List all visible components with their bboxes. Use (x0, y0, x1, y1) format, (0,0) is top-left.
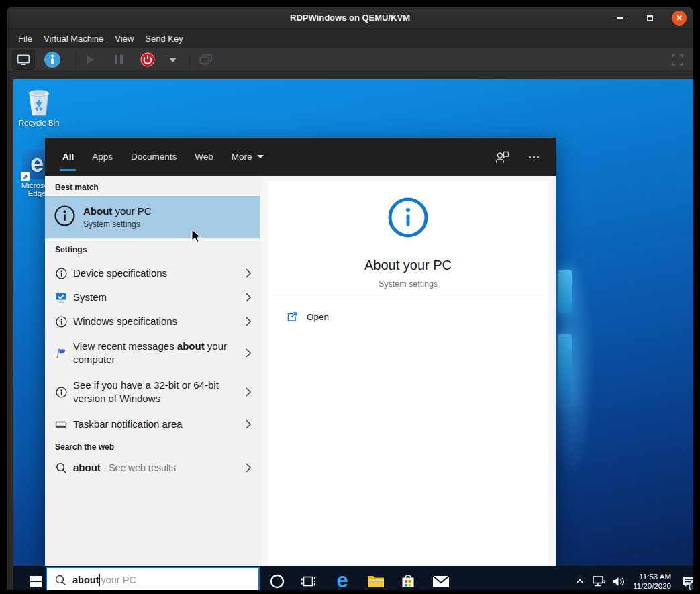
volume-status[interactable] (609, 566, 629, 590)
power-icon (140, 52, 156, 68)
settings-item-system[interactable]: System (45, 285, 260, 309)
toolbar-separator (75, 51, 76, 68)
result-about-your-pc[interactable]: About your PC System settings (45, 196, 260, 238)
info-circle-icon (54, 205, 76, 230)
console-button[interactable] (12, 50, 35, 70)
chevron-down-icon (257, 155, 264, 158)
info-circle-icon (55, 268, 67, 279)
info-circle-icon (55, 316, 67, 328)
network-icon (591, 575, 606, 587)
speaker-icon (612, 576, 626, 587)
result-title: About your PC (83, 205, 152, 217)
taskbar-store-button[interactable] (395, 566, 421, 590)
cortana-icon (270, 574, 285, 589)
text-caret (99, 574, 100, 586)
vm-info-button[interactable] (43, 50, 62, 70)
menu-view[interactable]: View (114, 32, 134, 45)
chevron-right-icon (246, 348, 251, 358)
menu-virtual-machine[interactable]: Virtual Machine (43, 32, 104, 45)
displays-button[interactable] (196, 50, 216, 70)
windows-logo-icon (30, 576, 42, 587)
system-monitor-icon (55, 292, 67, 303)
chevron-up-icon (576, 579, 584, 584)
info-icon (44, 51, 61, 68)
wallpaper-light-beam (558, 334, 572, 404)
chevron-right-icon (246, 419, 251, 429)
settings-item-view-recent-messages[interactable]: View recent messages about your computer (45, 334, 260, 373)
web-result-about[interactable]: about - See web results (45, 454, 260, 481)
search-detail-pane: About your PC System settings Op (260, 176, 556, 566)
tab-apps[interactable]: Apps (92, 149, 113, 164)
desktop-icon-label: Recycle Bin (13, 119, 64, 127)
titlebar[interactable]: RDPWindows on QEMU/KVM ✕ (7, 7, 693, 30)
taskbar-file-explorer-button[interactable] (362, 566, 389, 590)
tab-more[interactable]: More (232, 149, 264, 164)
monitor-icon (17, 54, 30, 66)
flag-icon (55, 347, 67, 359)
tab-web[interactable]: Web (195, 149, 213, 164)
search-suggestion-text: your PC (101, 575, 136, 585)
taskbar-mail-button[interactable] (428, 566, 454, 590)
chevron-right-icon (246, 387, 251, 397)
windows-taskbar: about your PC (13, 566, 693, 590)
clock[interactable]: 11:53 AM 11/20/2020 (633, 572, 671, 590)
network-status[interactable] (589, 566, 609, 590)
taskbar-edge-button[interactable]: e (329, 566, 356, 590)
menu-send-key[interactable]: Send Key (144, 32, 183, 45)
tab-documents[interactable]: Documents (131, 149, 177, 164)
fullscreen-icon (672, 54, 683, 66)
feedback-icon[interactable] (495, 150, 510, 164)
maximize-button[interactable] (642, 11, 657, 26)
notification-badge: 1 (689, 581, 693, 590)
shutdown-button[interactable] (138, 50, 157, 70)
mail-icon (432, 575, 450, 588)
shortcut-arrow-icon: ↗ (21, 172, 30, 181)
settings-item-32bit-64bit[interactable]: See if you have a 32-bit or 64-bit versi… (45, 373, 260, 411)
edge-icon: e (336, 570, 348, 591)
search-flyout: All Apps Documents Web More (45, 138, 556, 566)
menu-file[interactable]: File (17, 32, 33, 45)
recycle-bin-icon (13, 86, 64, 117)
search-icon (55, 575, 66, 586)
taskbar-icon (55, 418, 67, 430)
info-circle-icon (55, 387, 67, 398)
pause-button[interactable] (109, 50, 128, 70)
task-view-button[interactable] (295, 566, 322, 590)
tab-all[interactable]: All (62, 149, 74, 164)
clock-date: 11/20/2020 (633, 581, 671, 590)
settings-item-windows-specifications[interactable]: Windows specifications (45, 309, 260, 334)
result-subtitle: System settings (83, 219, 152, 229)
close-button[interactable]: ✕ (672, 11, 687, 26)
search-typed-text: about (72, 575, 99, 585)
start-button[interactable] (22, 566, 49, 590)
desktop-icon-recycle-bin[interactable]: Recycle Bin (13, 86, 64, 127)
screenshot-root: RDPWindows on QEMU/KVM ✕ File Virtual Ma… (0, 0, 700, 594)
wallpaper-light-beam (558, 270, 572, 313)
cortana-button[interactable] (264, 566, 291, 590)
settings-item-taskbar-notification-area[interactable]: Taskbar notification area (45, 411, 260, 437)
action-center-button[interactable]: 1 (677, 566, 693, 590)
settings-item-device-specifications[interactable]: Device specifications (45, 261, 260, 285)
shutdown-menu-button[interactable] (165, 50, 180, 70)
displays-icon (199, 54, 213, 66)
search-results-list: Best match About your PC (45, 176, 260, 566)
section-search-the-web: Search the web (45, 437, 260, 454)
task-view-icon (301, 575, 316, 587)
menubar: File Virtual Machine View Send Key (7, 30, 693, 48)
minimize-button[interactable] (613, 11, 628, 26)
open-external-icon (286, 311, 297, 323)
section-best-match: Best match (45, 176, 260, 196)
open-label: Open (307, 312, 329, 322)
fullscreen-button[interactable] (667, 50, 687, 70)
open-action[interactable]: Open (268, 303, 548, 330)
chevron-right-icon (246, 268, 251, 278)
tray-expand-button[interactable] (571, 566, 589, 590)
taskbar-search-input[interactable]: about your PC (46, 567, 260, 590)
run-button[interactable] (81, 50, 99, 70)
file-explorer-icon (367, 574, 385, 589)
clock-time: 11:53 AM (633, 572, 671, 581)
guest-display: Recycle Bin e ↗ Microsoft Edge All Apps (13, 79, 693, 590)
search-icon (55, 462, 67, 474)
close-icon: ✕ (676, 14, 683, 22)
system-tray: 11:53 AM 11/20/2020 1 (571, 566, 693, 590)
